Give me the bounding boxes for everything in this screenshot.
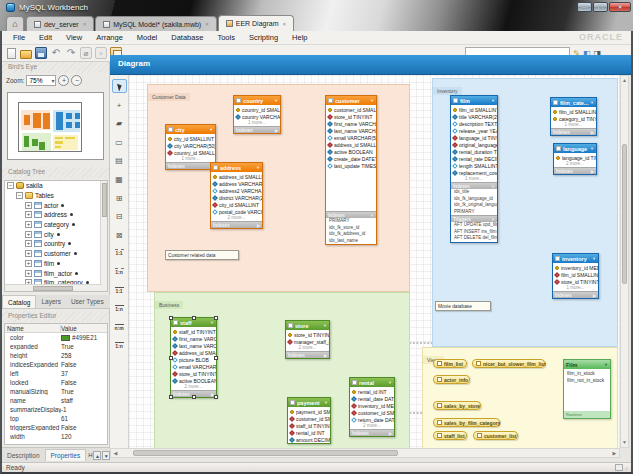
routine-film_not_in_stock[interactable]: film_not_in_stock: [564, 376, 610, 383]
view-tool[interactable]: ⊟: [112, 209, 127, 223]
selection-handle[interactable]: [214, 356, 218, 360]
section-indexes[interactable]: Indexes▶: [554, 167, 596, 174]
collapse-icon[interactable]: ▼: [209, 127, 213, 132]
section-triggers[interactable]: Triggers▼: [451, 215, 497, 222]
table-header[interactable]: film▼: [451, 96, 497, 105]
resize-grip-icon[interactable]: .::: [625, 465, 627, 471]
section-indexes[interactable]: Indexes▼: [451, 182, 497, 189]
magnet-icon[interactable]: ⌀: [80, 47, 92, 59]
tab-properties[interactable]: Properties: [45, 449, 87, 461]
close-button[interactable]: ✕: [609, 2, 631, 12]
undo-icon[interactable]: ↶: [50, 47, 62, 59]
collapse-icon[interactable]: ▼: [491, 98, 495, 103]
table-tool[interactable]: ⊞: [112, 191, 127, 205]
selection-handle[interactable]: [169, 316, 173, 320]
property-row-summarizeDisplay[interactable]: summarizeDisplay-1: [5, 405, 107, 414]
zoom-out-icon[interactable]: −: [71, 75, 82, 86]
rel-1-1-non-identifying-tool[interactable]: 1:1: [112, 246, 127, 260]
tree-item-address[interactable]: +address: [5, 210, 107, 220]
property-row-locked[interactable]: lockedFalse: [5, 378, 107, 387]
tree-expander-icon[interactable]: −: [16, 192, 23, 199]
rel-1-n-existing-tool[interactable]: 1:n: [112, 339, 127, 353]
property-row-manualSizing[interactable]: manualSizingTrue: [5, 387, 107, 396]
table-address[interactable]: address▼address_id SMALLINTaddress VARCH…: [210, 162, 263, 229]
table-staff[interactable]: staff▼staff_id TINYINTfirst_name VARCH..…: [170, 317, 217, 398]
table-header[interactable]: address▼: [211, 163, 262, 172]
collapse-icon[interactable]: ▼: [590, 146, 594, 151]
menu-database[interactable]: Database: [164, 33, 210, 42]
table-header[interactable]: store▼: [286, 321, 329, 330]
table-film[interactable]: film▼film_id SMALLINTtitle VARCHAR(255)d…: [450, 95, 498, 243]
section-indexes[interactable]: Indexes▶: [553, 291, 598, 298]
tab-dev-server[interactable]: dev_server×: [26, 16, 94, 31]
tree-expander-icon[interactable]: +: [25, 231, 32, 238]
tree-expander-icon[interactable]: +: [25, 221, 32, 228]
grid-toggle-icon[interactable]: [615, 464, 623, 471]
layer-tool[interactable]: ▭: [112, 135, 127, 149]
maximize-button[interactable]: ▢: [593, 2, 608, 12]
tree-item-sakila[interactable]: −sakila: [5, 181, 107, 191]
tree-item-actor[interactable]: +actor: [5, 200, 107, 210]
section-indexes[interactable]: Indexes▼: [326, 211, 376, 218]
property-row-indicesExpanded[interactable]: indicesExpandedFalse: [5, 360, 107, 369]
selection-handle[interactable]: [192, 395, 196, 399]
tree-item-city[interactable]: +city: [5, 229, 107, 239]
collapse-icon[interactable]: ▼: [590, 100, 594, 105]
tab-catalog[interactable]: Catalog: [2, 295, 36, 308]
diagram-canvas[interactable]: Customer DataInventoryBusinessViewscount…: [129, 75, 619, 448]
table-language[interactable]: language▼language_id TINY...2 more...Ind…: [553, 143, 597, 175]
table-payment[interactable]: payment▼payment_id SMAL...customer_id SM…: [287, 397, 331, 444]
collapse-icon[interactable]: ▼: [370, 98, 374, 103]
tree-expander-icon[interactable]: +: [25, 250, 32, 257]
section-indexes[interactable]: Indexes▶: [166, 162, 215, 169]
view-sales_by_film_category[interactable]: sales_by_film_category: [433, 418, 500, 427]
collapse-icon[interactable]: ▼: [604, 362, 608, 367]
selection-handle[interactable]: [214, 395, 218, 399]
selection-handle[interactable]: [214, 316, 218, 320]
tab-description[interactable]: Description: [2, 450, 45, 461]
collapse-icon[interactable]: ▼: [323, 323, 327, 328]
table-customer[interactable]: customer▼customer_id SMALL...store_id TI…: [325, 95, 377, 245]
menu-edit[interactable]: Edit: [32, 33, 59, 42]
routine-film_in_stock[interactable]: film_in_stock: [564, 369, 610, 376]
rel-n-m-identifying-tool[interactable]: n:m: [112, 321, 127, 335]
tab-eer-diagram[interactable]: EER Diagram×: [218, 15, 294, 31]
routine-group-film[interactable]: Film▼film_in_stockfilm_not_in_stockRouti…: [563, 359, 611, 419]
table-header[interactable]: inventory▼: [553, 254, 598, 263]
table-header[interactable]: customer▼: [326, 96, 376, 105]
birds-eye-minimap[interactable]: [7, 92, 104, 160]
selection-handle[interactable]: [192, 316, 196, 320]
splitter-up-icon[interactable]: ▲: [93, 451, 101, 460]
tree-item-country[interactable]: +country: [5, 239, 107, 249]
table-header[interactable]: country▼: [234, 96, 280, 105]
table-country[interactable]: country▼country_id SMALLINTcountry VARCH…: [233, 95, 281, 134]
canvas-horizontal-scrollbar[interactable]: ◀ ▶: [110, 448, 620, 458]
tree-item-film[interactable]: +film: [5, 259, 107, 269]
titlebar[interactable]: MySQL Workbench —▢✕: [2, 0, 633, 14]
menu-view[interactable]: View: [59, 33, 89, 42]
routine-group-header[interactable]: Film▼: [564, 360, 610, 369]
redo-icon[interactable]: ↷: [65, 47, 77, 59]
property-row-width[interactable]: width120: [5, 432, 107, 441]
diagram-tab[interactable]: Diagram: [110, 55, 631, 75]
menu-help[interactable]: Help: [285, 33, 314, 42]
collapse-icon[interactable]: ▼: [388, 380, 392, 385]
scroll-right-icon[interactable]: ▶: [610, 449, 619, 457]
collapse-icon[interactable]: ▼: [324, 400, 328, 405]
property-row-expanded[interactable]: expandedTrue: [5, 342, 107, 351]
tree-expander-icon[interactable]: +: [25, 240, 32, 247]
zoom-combobox[interactable]: 75%: [26, 75, 56, 86]
tab-close-icon[interactable]: ×: [205, 21, 209, 27]
view-customer_list[interactable]: customer_list: [473, 431, 518, 440]
tab-user-types[interactable]: User Types: [66, 295, 109, 308]
property-row-left[interactable]: left37: [5, 369, 107, 378]
tree-expander-icon[interactable]: +: [25, 260, 32, 267]
view-actor_info[interactable]: actor_info: [433, 375, 470, 384]
image-tool[interactable]: ▦: [112, 172, 127, 186]
note-tool[interactable]: ▤: [112, 153, 127, 167]
rel-1-n-non-identifying-tool[interactable]: 1:n: [112, 265, 127, 279]
section-indexes[interactable]: Indexes▶: [234, 126, 280, 133]
pan-tool[interactable]: +: [112, 98, 127, 112]
table-inventory[interactable]: inventory▼inventory_id MEDI...film_id SM…: [552, 253, 599, 299]
tree-item-tables[interactable]: −Tables: [5, 191, 107, 201]
